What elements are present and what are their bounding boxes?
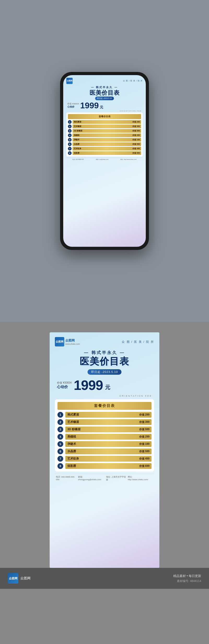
watermark-logo: 众图网 众图网 xyxy=(8,573,31,584)
phone-header-slogan: 众 图 / 医 美 / 院 所 xyxy=(123,80,143,82)
phone-row-bar-2: 艺术镶眉 价值 399 xyxy=(73,125,141,128)
poster-row-price-1: 价值 299 xyxy=(139,413,149,417)
phone-row-7: 7 艺术纹身 价值 499 xyxy=(68,147,141,150)
poster-row-name-2: 艺术镶眉 xyxy=(67,420,79,424)
poster-row-num-4: 4 xyxy=(57,434,63,440)
poster-logo-main: 众图网 xyxy=(65,338,80,343)
phone-promo-label: 心动价 xyxy=(67,105,79,109)
poster-row-name-6: 水晶唇 xyxy=(67,449,76,453)
phone-row-name-8: 炫彩唇 xyxy=(74,152,79,154)
poster-row-price-5: 价值 199 xyxy=(139,442,149,446)
poster-orig-price: 价值 ¥30834 xyxy=(57,381,72,385)
phone-orientation-fee: ORIENTATION FEE xyxy=(66,110,143,112)
poster-header: 众图网 众图网 www.zhatu.com 众 图 / 医 美 / 院 所 xyxy=(55,337,154,346)
phone-row-3: 3 3D 粉镶眉 价值 599 xyxy=(68,129,141,133)
poster-row-4: 4 美瞳线 价值 299 xyxy=(57,434,152,440)
poster-promo-label: 心动价 xyxy=(57,385,72,389)
phone-row-num-8: 8 xyxy=(68,151,72,155)
poster-row-name-5: 孕睫术 xyxy=(67,442,76,446)
phone-mockup: 众图网 众 图 / 医 美 / 院 所 — 韩式半永久 — 医美价目表 即日起 … xyxy=(60,72,149,250)
phone-screen: 众图网 众 图 / 医 美 / 院 所 — 韩式半永久 — 医美价目表 即日起 … xyxy=(63,75,146,247)
phone-row-name-3: 3D 粉镶眉 xyxy=(74,130,82,132)
phone-big-price: 1999 xyxy=(80,101,99,110)
phone-row-price-6: 价值 599 xyxy=(132,143,140,145)
bottom-section: 众图网 众图网 www.zhatu.com 众 图 / 医 美 / 院 所 — … xyxy=(0,322,209,644)
phone-row-num-2: 2 xyxy=(68,125,72,128)
poster-row-price-4: 价值 299 xyxy=(139,435,149,439)
phone-row-price-2: 价值 399 xyxy=(132,125,140,128)
phone-logo-area: 众图网 xyxy=(66,78,73,84)
phone-row-num-7: 7 xyxy=(68,147,72,150)
poster-row-num-7: 7 xyxy=(57,456,63,462)
phone-row-5: 5 孕睫术 价值 199 xyxy=(68,138,141,142)
poster-row-3: 3 3D 粉镶眉 价值 599 xyxy=(57,427,152,432)
poster-row-price-8: 价值 699 xyxy=(139,464,149,468)
poster-row-1: 1 韩式雾眉 价值 299 xyxy=(57,412,152,418)
phone-row-num-4: 4 xyxy=(68,133,72,137)
phone-row-bar-6: 水晶唇 价值 599 xyxy=(73,142,141,146)
phone-date-badge: 即日起 -2023.5.10 xyxy=(95,97,114,100)
phone-row-price-3: 价值 599 xyxy=(132,130,140,132)
phone-subtitle: — 韩式半永久 — xyxy=(91,86,118,89)
poster-logo-text: 众图网 xyxy=(56,340,63,344)
phone-row-price-4: 价值 299 xyxy=(132,134,140,137)
poster-title-section: — 韩式半永久 — 医美价目表 xyxy=(55,350,154,367)
watermark-logo-box: 众图网 xyxy=(8,573,18,584)
phone-row-num-1: 1 xyxy=(68,120,72,124)
phone-row-bar-3: 3D 粉镶眉 价值 599 xyxy=(73,129,141,133)
poster-row-num-3: 3 xyxy=(57,427,63,432)
poster-price-section: 价值 ¥30834 心动价 1999 元 xyxy=(55,377,154,394)
watermark-tagline: 精品素材 • 每日更新 xyxy=(173,574,201,578)
poster-footer: 电话: 000-8888-000-000 邮箱: zhongyuong@zhat… xyxy=(55,474,154,483)
phone-footer-1: 电话: 000-8888-000 xyxy=(72,159,84,160)
phone-header: 众图网 众 图 / 医 美 / 院 所 xyxy=(66,78,143,84)
poster-row-bar-6: 水晶唇 价值 599 xyxy=(65,449,152,454)
poster-row-bar-3: 3D 粉镶眉 价值 599 xyxy=(65,427,152,432)
poster-row-2: 2 艺术镶眉 价值 399 xyxy=(57,419,152,425)
phone-row-name-6: 水晶唇 xyxy=(74,143,79,145)
phone-row-price-1: 价值 299 xyxy=(132,121,140,123)
poster-row-bar-5: 孕睫术 价值 199 xyxy=(65,441,152,447)
phone-row-4: 4 美瞳线 价值 299 xyxy=(68,133,141,137)
phone-price-row: 价值 ¥30834 心动价 1999 元 xyxy=(66,101,143,110)
poster-row-6: 6 水晶唇 价值 599 xyxy=(57,449,152,454)
poster-row-bar-2: 艺术镶眉 价值 399 xyxy=(65,419,152,425)
phone-row-bar-1: 韩式雾眉 价值 299 xyxy=(73,120,141,124)
phone-row-name-4: 美瞳线 xyxy=(74,134,79,137)
phone-row-price-5: 价值 199 xyxy=(132,138,140,141)
phone-logo-box: 众图网 xyxy=(66,78,73,84)
phone-poster: 众图网 众 图 / 医 美 / 院 所 — 韩式半永久 — 医美价目表 即日起 … xyxy=(63,75,146,247)
phone-row-num-6: 6 xyxy=(68,142,72,146)
poster-row-bar-8: 炫彩唇 价值 699 xyxy=(65,463,152,469)
phone-row-bar-4: 美瞳线 价值 299 xyxy=(73,133,141,137)
poster-row-num-6: 6 xyxy=(57,449,63,454)
phone-row-bar-5: 孕睫术 价值 199 xyxy=(73,138,141,142)
phone-row-name-7: 艺术纹身 xyxy=(74,147,81,150)
phone-row-8: 8 炫彩唇 价值 699 xyxy=(68,151,141,155)
poster-big-price: 1999 xyxy=(74,378,103,392)
watermark-logo-text: 众图网 xyxy=(9,576,18,580)
poster-row-5: 5 孕睫术 价值 199 xyxy=(57,441,152,447)
poster-subtitle: — 韩式半永久 — xyxy=(55,350,154,356)
poster-row-name-3: 3D 粉镶眉 xyxy=(67,427,80,431)
poster-row-price-6: 价值 599 xyxy=(139,450,149,453)
poster-logo-text-area: 众图网 www.zhatu.com xyxy=(65,338,80,345)
poster-package-table: 套餐价目表 1 韩式雾眉 价值 299 2 艺术镶眉 价值 399 3 3D 粉… xyxy=(55,399,154,472)
poster-rows-container: 1 韩式雾眉 价值 299 2 艺术镶眉 价值 399 3 3D 粉镶眉 价值 … xyxy=(57,412,152,469)
phone-row-1: 1 韩式雾眉 价值 299 xyxy=(68,120,141,124)
phone-orig-price: 价值 ¥30834 xyxy=(67,102,79,105)
poster-row-bar-7: 艺术纹身 价值 499 xyxy=(65,456,152,462)
poster-footer-2: 邮箱: zhongyuong@zhatu.com xyxy=(78,475,106,481)
phone-row-name-1: 韩式雾眉 xyxy=(74,121,81,123)
phone-logo-text: 众图网 xyxy=(67,80,72,82)
poster-row-8: 8 炫彩唇 价值 699 xyxy=(57,463,152,469)
phone-row-name-5: 孕睫术 xyxy=(74,138,79,141)
phone-row-bar-8: 炫彩唇 价值 699 xyxy=(73,151,141,155)
top-section: 众图网 众 图 / 医 美 / 院 所 — 韩式半永久 — 医美价目表 即日起 … xyxy=(0,0,209,322)
poster-price-label: 价值 ¥30834 心动价 xyxy=(57,381,72,389)
poster-row-num-5: 5 xyxy=(57,441,63,447)
phone-row-name-2: 艺术镶眉 xyxy=(74,125,81,128)
poster-row-name-4: 美瞳线 xyxy=(67,435,76,439)
flat-poster: 众图网 众图网 www.zhatu.com 众 图 / 医 美 / 院 所 — … xyxy=(50,332,159,568)
poster-row-num-2: 2 xyxy=(57,419,63,425)
